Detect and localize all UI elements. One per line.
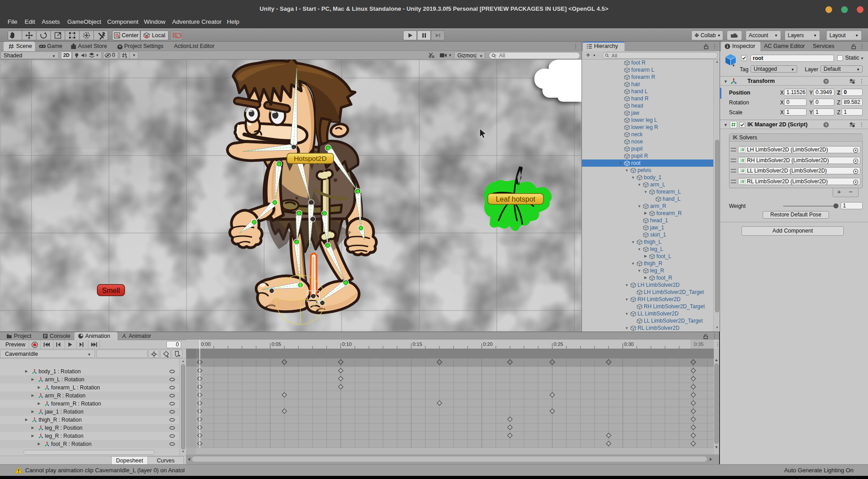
svg-text:Smell: Smell: [102, 287, 120, 294]
svg-text:Leaf hotspot: Leaf hotspot: [496, 195, 536, 203]
svg-text:0:00: 0:00: [201, 341, 211, 347]
svg-text:0:30: 0:30: [624, 341, 634, 347]
svg-text:0:10: 0:10: [342, 341, 352, 347]
svg-text:0:25: 0:25: [554, 341, 563, 347]
svg-text:0:05: 0:05: [272, 341, 281, 347]
svg-text:?: ?: [825, 79, 828, 84]
svg-text:Hotspot2D: Hotspot2D: [294, 155, 326, 162]
svg-text:0:20: 0:20: [483, 341, 493, 347]
svg-text:0:35: 0:35: [694, 341, 703, 347]
svg-text:?: ?: [825, 123, 828, 127]
svg-text:0:15: 0:15: [412, 341, 422, 347]
svg-text:⋮: ⋮: [715, 341, 719, 347]
